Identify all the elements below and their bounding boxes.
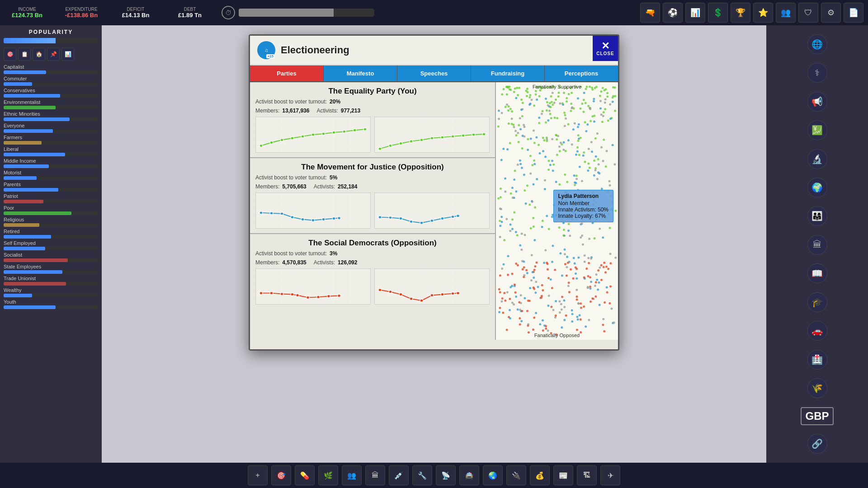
group-label: Conservatives — [4, 88, 98, 93]
scatter-dot — [602, 324, 604, 326]
bottom-btn-15[interactable]: 🏗 — [577, 465, 597, 485]
scatter-dot — [587, 257, 590, 259]
shield-icon-btn[interactable]: 🛡 — [798, 3, 818, 23]
sidebar-icon-5[interactable]: 📊 — [61, 48, 74, 61]
group-bar-fill — [4, 188, 58, 192]
scatter-dot — [528, 96, 531, 99]
scatter-dot — [577, 189, 579, 191]
scatter-dot — [500, 196, 502, 198]
members-stat-1: Members: 5,705,663 — [255, 183, 307, 190]
bottom-btn-14[interactable]: 📰 — [553, 465, 573, 485]
right-icon-14[interactable]: 🔗 — [807, 434, 827, 454]
bottom-btn-11[interactable]: 🌏 — [483, 465, 503, 485]
activists-stat-0: Activists: 977,213 — [316, 108, 360, 114]
right-icon-2[interactable]: ⚕ — [807, 63, 827, 83]
tab-perceptions[interactable]: Perceptions — [545, 66, 618, 81]
scatter-dot — [556, 154, 558, 156]
dollar-icon-btn[interactable]: 💲 — [708, 3, 728, 23]
soccer-icon-btn[interactable]: ⚽ — [663, 3, 683, 23]
scatter-dot — [586, 123, 589, 126]
tab-parties[interactable]: Parties — [250, 66, 324, 81]
bottom-btn-12[interactable]: 🔌 — [506, 465, 526, 485]
scatter-dot — [511, 117, 513, 120]
group-bar-bg — [4, 106, 98, 109]
star-icon-btn[interactable]: ⭐ — [753, 3, 773, 23]
scatter-dot — [577, 199, 580, 202]
right-icon-8[interactable]: 🏛 — [807, 235, 827, 255]
scatter-dot — [558, 183, 561, 186]
bottom-btn-2[interactable]: 🎯 — [271, 465, 291, 485]
chart-icon-btn[interactable]: 📊 — [685, 3, 705, 23]
sidebar-icon-1[interactable]: 🎯 — [4, 48, 16, 61]
scatter-dot — [591, 297, 594, 300]
bottom-btn-7[interactable]: 💉 — [389, 465, 409, 485]
scatter-dot — [568, 93, 570, 95]
scatter-dot — [526, 95, 528, 97]
people-icon-btn[interactable]: 👥 — [776, 3, 796, 23]
right-icon-6[interactable]: 🌍 — [807, 178, 827, 197]
bottom-btn-10[interactable]: 🚔 — [459, 465, 479, 485]
sidebar-group-wealthy: Wealthy — [4, 287, 98, 297]
right-icon-11[interactable]: 🚗 — [807, 321, 827, 341]
bottom-btn-16[interactable]: ✈ — [600, 465, 620, 485]
gun-icon-btn[interactable]: 🔫 — [640, 3, 660, 23]
scatter-dot — [526, 272, 528, 274]
scatter-dot — [582, 155, 585, 157]
sidebar-group-retired: Retired — [4, 229, 98, 239]
scatter-dot — [508, 316, 510, 318]
right-icon-7[interactable]: 👨‍👩‍👧 — [807, 206, 827, 226]
right-icon-3[interactable]: 📢 — [807, 92, 827, 112]
scatter-dot — [542, 289, 544, 291]
bottom-btn-1[interactable]: + — [248, 465, 268, 485]
scatter-dot — [533, 269, 536, 271]
scatter-dot — [609, 103, 611, 106]
trophy-icon-btn[interactable]: 🏆 — [731, 3, 750, 23]
bottom-btn-13[interactable]: 💰 — [530, 465, 550, 485]
sidebar-icon-3[interactable]: 🏠 — [33, 48, 45, 61]
bottom-btn-8[interactable]: 🔧 — [412, 465, 432, 485]
party-name-0: The Equality Party (You) — [255, 87, 490, 96]
sidebar-icon-2[interactable]: 📋 — [18, 48, 31, 61]
scatter-dot — [593, 199, 595, 202]
tab-fundraising[interactable]: Fundraising — [471, 66, 545, 81]
right-icon-12[interactable]: 🏥 — [807, 350, 827, 370]
right-icon-5[interactable]: 🔬 — [807, 149, 827, 169]
sidebar-icon-4[interactable]: 📌 — [47, 48, 60, 61]
scatter-dot — [550, 278, 552, 281]
svg-point-62 — [451, 292, 454, 295]
bottom-btn-6[interactable]: 🏛 — [365, 465, 385, 485]
right-icon-10[interactable]: 🎓 — [807, 292, 827, 312]
close-button[interactable]: ✕ CLOSE — [593, 36, 618, 61]
group-bar-bg — [4, 70, 98, 74]
right-icon-13[interactable]: 🌾 — [807, 378, 827, 398]
svg-point-9 — [343, 130, 346, 133]
scatter-dot — [566, 274, 568, 277]
right-icon-9[interactable]: 📖 — [807, 263, 827, 283]
tab-manifesto[interactable]: Manifesto — [324, 66, 397, 81]
scatter-dot — [599, 228, 601, 230]
scatter-dot — [523, 124, 525, 126]
party-section-1: The Movement for Justice (Opposition) Ac… — [250, 158, 495, 234]
timer-icon[interactable]: ⏱ — [222, 6, 235, 19]
right-icon-1[interactable]: 🌐 — [807, 34, 827, 54]
scatter-dot — [599, 95, 601, 97]
group-bar-fill — [4, 282, 66, 286]
right-icon-4[interactable]: 💹 — [807, 120, 827, 140]
group-bar-bg — [4, 82, 98, 86]
bottom-btn-4[interactable]: 🌿 — [318, 465, 338, 485]
bottom-btn-3[interactable]: 💊 — [295, 465, 315, 485]
scatter-dot — [516, 234, 519, 236]
settings-icon-btn[interactable]: ⚙ — [821, 3, 841, 23]
scatter-dot — [555, 181, 557, 183]
doc-icon-btn[interactable]: 📄 — [844, 3, 863, 23]
chart1-0 — [255, 117, 371, 153]
scatter-dot — [500, 216, 503, 218]
bottom-btn-5[interactable]: 👥 — [342, 465, 362, 485]
scatter-dot — [605, 216, 607, 219]
bottom-btn-9[interactable]: 📡 — [436, 465, 456, 485]
expenditure-value: -£138.86 Bn — [65, 12, 98, 19]
sidebar-group-farmers: Farmers — [4, 135, 98, 145]
scatter-dot — [535, 90, 537, 92]
tab-speeches[interactable]: Speeches — [397, 66, 471, 81]
party-section-2: The Social Democrats (Opposition) Activi… — [250, 234, 495, 309]
